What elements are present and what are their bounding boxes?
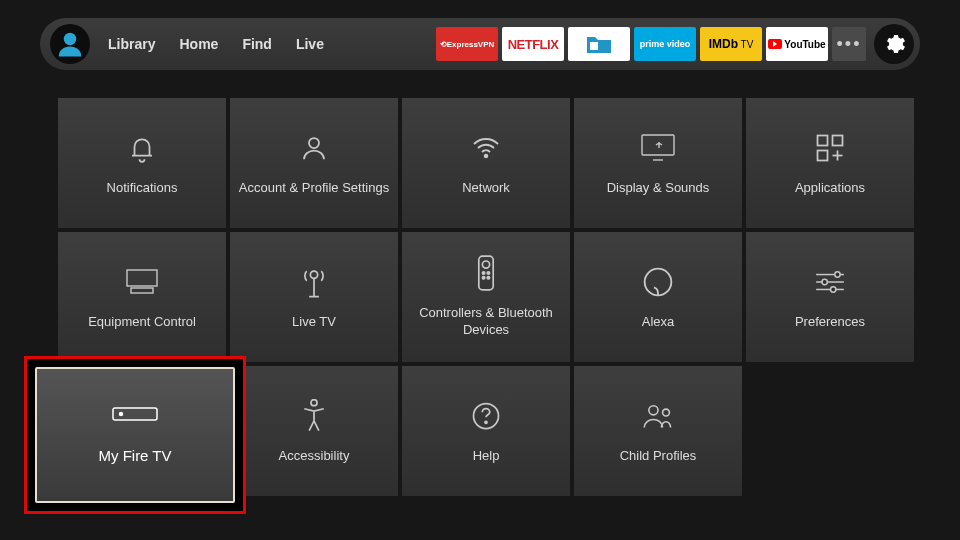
svg-point-15 [482,261,489,268]
tile-preferences[interactable]: Preferences [746,232,914,362]
sliders-icon [812,264,848,300]
tile-livetv[interactable]: Live TV [230,232,398,362]
antenna-icon [296,264,332,300]
svg-point-2 [309,138,319,148]
svg-point-24 [822,279,827,284]
top-bar: Library Home Find Live ⟲ExpressVPN NETFL… [40,18,920,70]
svg-point-18 [482,277,484,279]
app-expressvpn[interactable]: ⟲ExpressVPN [436,27,498,61]
app-row: ⟲ExpressVPN NETFLIX prime video IMDb TV … [436,24,914,64]
tile-label: Alexa [642,314,675,331]
svg-point-29 [485,421,487,423]
apps-icon [812,130,848,166]
remote-icon [468,255,504,291]
tile-label: Child Profiles [620,448,697,465]
tile-help[interactable]: Help [402,366,570,496]
tile-label: My Fire TV [98,447,171,464]
user-icon [55,29,85,59]
bell-icon [124,130,160,166]
child-profiles-icon [640,398,676,434]
accessibility-icon [296,398,332,434]
tile-display[interactable]: Display & Sounds [574,98,742,228]
tile-applications[interactable]: Applications [746,98,914,228]
tile-label: Account & Profile Settings [239,180,389,197]
svg-point-17 [487,272,489,274]
svg-point-31 [663,409,670,416]
nav-library[interactable]: Library [108,36,155,52]
nav-items: Library Home Find Live [108,36,324,52]
app-youtube[interactable]: YouTube [766,27,828,61]
tile-label: Help [473,448,500,465]
help-icon [468,398,504,434]
tile-label: Controllers & Bluetooth Devices [408,305,564,339]
svg-point-0 [64,33,77,46]
svg-point-16 [482,272,484,274]
svg-rect-6 [818,135,828,145]
tile-notifications[interactable]: Notifications [58,98,226,228]
device-icon [112,407,158,425]
svg-rect-4 [642,135,674,155]
wifi-icon [468,130,504,166]
more-apps-button[interactable]: ••• [832,27,866,61]
display-icon [640,130,676,166]
svg-rect-11 [127,270,157,286]
svg-point-33 [120,412,123,415]
tile-label: Notifications [107,180,178,197]
nav-find[interactable]: Find [242,36,272,52]
tile-network[interactable]: Network [402,98,570,228]
nav-home[interactable]: Home [179,36,218,52]
folder-icon [585,33,613,55]
app-imdb-tv[interactable]: IMDb TV [700,27,762,61]
tile-label: Preferences [795,314,865,331]
account-icon [296,130,332,166]
svg-rect-8 [818,150,828,160]
svg-rect-12 [131,288,153,293]
tile-account[interactable]: Account & Profile Settings [230,98,398,228]
app-es-file-explorer[interactable] [568,27,630,61]
tile-myfiretv[interactable]: My Fire TV [35,367,235,503]
svg-rect-7 [833,135,843,145]
settings-button[interactable] [874,24,914,64]
selection-highlight: My Fire TV [24,356,246,514]
tile-controllers[interactable]: Controllers & Bluetooth Devices [402,232,570,362]
tile-alexa[interactable]: Alexa [574,232,742,362]
tile-accessibility[interactable]: Accessibility [230,366,398,496]
tile-label: Applications [795,180,865,197]
svg-point-22 [835,271,840,276]
svg-point-27 [311,399,317,405]
equipment-icon [124,264,160,300]
nav-live[interactable]: Live [296,36,324,52]
svg-rect-1 [590,42,598,50]
tile-label: Accessibility [279,448,350,465]
tile-label: Equipment Control [88,314,196,331]
alexa-icon [640,264,676,300]
tile-label: Live TV [292,314,336,331]
play-icon [768,39,782,49]
app-prime-video[interactable]: prime video [634,27,696,61]
tile-label: Network [462,180,510,197]
gear-icon [882,32,906,56]
svg-point-19 [487,277,489,279]
svg-point-26 [831,286,836,291]
tile-childprofiles[interactable]: Child Profiles [574,366,742,496]
svg-point-13 [310,271,317,278]
profile-button[interactable] [50,24,90,64]
tile-equipment[interactable]: Equipment Control [58,232,226,362]
app-netflix[interactable]: NETFLIX [502,27,564,61]
svg-point-3 [485,154,488,157]
tile-label: Display & Sounds [607,180,710,197]
svg-point-30 [649,405,658,414]
